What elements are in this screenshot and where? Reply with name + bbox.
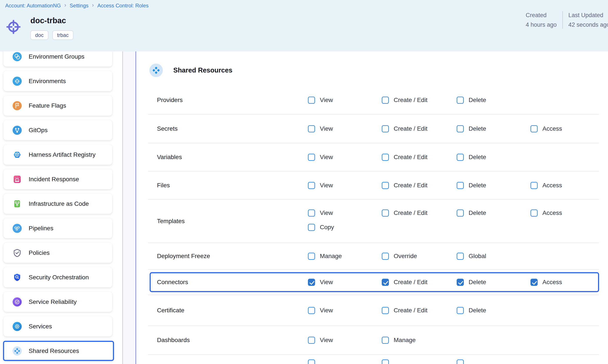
checkbox-partial-1[interactable] <box>308 359 315 364</box>
checkbox-connectors-view[interactable]: View <box>308 270 333 295</box>
checkbox-icon <box>308 359 315 364</box>
checkbox-certificate-view[interactable]: View <box>308 295 333 325</box>
incident-response-icon <box>12 174 22 184</box>
checkbox-files-delete[interactable]: Delete <box>457 171 486 199</box>
checkbox-icon <box>382 359 389 364</box>
checkbox-dashboards-view[interactable]: View <box>308 326 333 354</box>
section-header: Shared Resources <box>149 64 232 77</box>
checkbox-secrets-create-edit[interactable]: Create / Edit <box>382 115 428 143</box>
table-row-connectors: Connectors View Create / Edit Delete Acc… <box>148 270 599 295</box>
checkbox-connectors-create-edit[interactable]: Create / Edit <box>382 270 428 295</box>
sidebar-item-environments[interactable]: Environments <box>3 71 112 91</box>
security-orchestration-icon <box>12 273 22 282</box>
checkbox-label: Create / Edit <box>394 182 428 189</box>
checkbox-label: Override <box>394 253 417 260</box>
checkbox-connectors-access[interactable]: Access <box>530 270 562 295</box>
sidebar-item-policies[interactable]: Policies <box>3 243 112 263</box>
resource-sidebar: Environment Groups Environments Feature … <box>0 52 123 364</box>
checkbox-label: Delete <box>469 182 486 189</box>
checkbox-connectors-delete[interactable]: Delete <box>457 270 486 295</box>
sidebar-item-label: Service Reliability <box>29 299 77 305</box>
checkbox-label: Access <box>542 182 562 189</box>
sidebar-item-incident-response[interactable]: Incident Response <box>3 169 112 189</box>
page-title: doc-trbac <box>30 16 66 25</box>
sidebar-item-label: Pipelines <box>29 225 53 232</box>
checkbox-label: View <box>320 125 333 132</box>
checkbox-icon <box>530 125 538 132</box>
checkbox-icon <box>382 279 389 286</box>
sidebar-item-services[interactable]: Services <box>3 316 112 337</box>
checkbox-icon <box>457 125 464 132</box>
sidebar-item-infrastructure-as-code[interactable]: Infrastructure as Code <box>3 194 112 214</box>
checkbox-files-view[interactable]: View <box>308 171 333 199</box>
sidebar-item-gitops[interactable]: GitOps <box>3 120 112 140</box>
sidebar-item-label: Security Orchestration <box>29 274 89 281</box>
sidebar-item-label: Policies <box>29 249 50 256</box>
breadcrumb-account[interactable]: Account: AutomationNG <box>5 3 61 9</box>
sidebar-item-pipelines[interactable]: Pipelines <box>3 218 112 238</box>
checkbox-secrets-delete[interactable]: Delete <box>457 115 486 143</box>
checkbox-icon <box>457 154 464 161</box>
sidebar-item-environment-groups[interactable]: Environment Groups <box>3 52 112 67</box>
checkbox-templates-view[interactable]: View <box>308 206 333 220</box>
checkbox-templates-delete[interactable]: Delete <box>457 206 486 220</box>
breadcrumb-access-control-roles[interactable]: Access Control: Roles <box>97 3 148 9</box>
checkbox-files-access[interactable]: Access <box>530 171 562 199</box>
table-row-certificate: Certificate View Create / Edit Delete <box>148 295 599 326</box>
sidebar-item-service-reliability[interactable]: Service Reliability <box>3 292 112 312</box>
checkbox-templates-create-edit[interactable]: Create / Edit <box>382 206 428 220</box>
row-label: Connectors <box>157 279 188 286</box>
environments-icon <box>12 76 22 86</box>
sidebar-item-harness-artifact-registry[interactable]: Harness Artifact Registry <box>3 144 112 165</box>
checkbox-icon <box>382 337 389 344</box>
checkbox-files-create-edit[interactable]: Create / Edit <box>382 171 428 199</box>
checkbox-icon <box>382 182 389 189</box>
checkbox-icon <box>308 337 315 344</box>
row-label: Secrets <box>157 125 178 132</box>
checkbox-icon <box>308 209 315 217</box>
row-label: Variables <box>157 154 182 161</box>
checkbox-label: Create / Edit <box>394 154 428 161</box>
checkbox-certificate-delete[interactable]: Delete <box>457 295 486 325</box>
checkbox-certificate-create-edit[interactable]: Create / Edit <box>382 295 428 325</box>
checkbox-templates-copy[interactable]: Copy <box>308 220 334 234</box>
checkbox-variables-create-edit[interactable]: Create / Edit <box>382 143 428 171</box>
services-icon <box>12 322 22 331</box>
checkbox-providers-view[interactable]: View <box>308 86 333 114</box>
panel-gap <box>123 52 135 364</box>
gitops-icon <box>12 125 22 135</box>
pipelines-icon <box>12 223 22 233</box>
checkbox-deployment-freeze-manage[interactable]: Manage <box>308 243 342 269</box>
checkbox-label: Delete <box>469 154 486 161</box>
breadcrumb-settings[interactable]: Settings <box>70 3 89 9</box>
checkbox-variables-view[interactable]: View <box>308 143 333 171</box>
checkbox-deployment-freeze-override[interactable]: Override <box>382 243 417 269</box>
shared-resources-icon <box>12 346 22 356</box>
sidebar-item-security-orchestration[interactable]: Security Orchestration <box>3 267 112 287</box>
checkbox-icon <box>382 97 389 104</box>
checkbox-partial-3[interactable] <box>457 359 464 364</box>
checkbox-deployment-freeze-global[interactable]: Global <box>457 243 486 269</box>
checkbox-partial-2[interactable] <box>382 359 389 364</box>
checkbox-label: View <box>320 97 333 104</box>
last-updated-meta: Last Updated 42 seconds ago <box>568 11 608 29</box>
meta-divider <box>562 11 563 29</box>
checkbox-label: Create / Edit <box>394 97 428 104</box>
checkbox-secrets-access[interactable]: Access <box>530 115 562 143</box>
shared-resources-section-icon <box>149 64 163 77</box>
infrastructure-as-code-icon <box>12 199 22 209</box>
checkbox-variables-delete[interactable]: Delete <box>457 143 486 171</box>
sidebar-item-feature-flags[interactable]: Feature Flags <box>3 95 112 116</box>
checkbox-templates-access[interactable]: Access <box>530 206 562 220</box>
checkbox-label: Global <box>469 253 486 260</box>
checkbox-icon <box>457 279 464 286</box>
checkbox-providers-delete[interactable]: Delete <box>457 86 486 114</box>
created-meta: Created 4 hours ago <box>526 11 557 29</box>
checkbox-providers-create-edit[interactable]: Create / Edit <box>382 86 428 114</box>
checkbox-label: Create / Edit <box>394 279 428 286</box>
checkbox-label: Manage <box>394 337 416 344</box>
sidebar-item-shared-resources[interactable]: Shared Resources <box>3 341 114 361</box>
checkbox-label: Delete <box>469 209 486 216</box>
checkbox-dashboards-manage[interactable]: Manage <box>382 326 416 354</box>
checkbox-secrets-view[interactable]: View <box>308 115 333 143</box>
